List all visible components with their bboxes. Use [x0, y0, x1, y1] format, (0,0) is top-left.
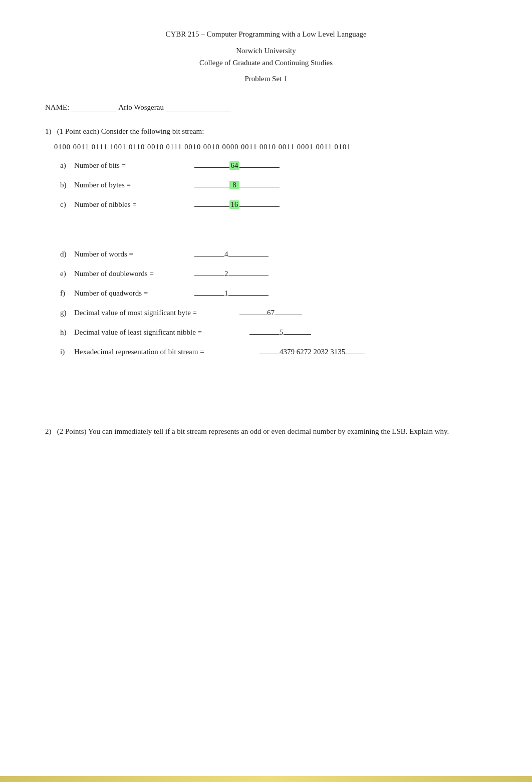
sub-label-c: c) — [60, 200, 74, 209]
sub-item-c: c) Number of nibbles = 16 — [60, 200, 487, 209]
pre-line-i — [259, 354, 280, 354]
sub-label-g: g) — [60, 309, 74, 317]
answer-area-b: 8 — [194, 181, 280, 189]
bit-stream: 0100 0011 0111 1001 0110 0010 0111 0010 … — [54, 143, 487, 151]
answer-area-i: 4379 6272 2032 3135 — [259, 348, 365, 356]
page: CYBR 215 – Computer Programming with a L… — [0, 0, 532, 782]
question-1-title: 1) (1 Point each) Consider the following… — [45, 127, 487, 136]
name-underline-pre — [71, 103, 116, 112]
sub-label-h: h) — [60, 328, 74, 337]
q2-label: 2) — [45, 427, 55, 435]
post-line-e — [228, 276, 269, 276]
sub-item-f: f) Number of quadwords = 1 — [60, 289, 487, 298]
sub-label-i: i) — [60, 348, 74, 356]
sub-item-g: g) Decimal value of most significant byt… — [60, 309, 487, 317]
post-line-f — [228, 295, 269, 296]
sub-questions-2: d) Number of words = 4 e) Number of doub… — [60, 250, 487, 356]
pre-line-c — [194, 206, 229, 207]
sub-label-b: b) — [60, 181, 74, 189]
pre-line-h — [249, 334, 280, 335]
problem-set-title: Problem Set 1 — [45, 75, 487, 83]
answer-area-d: 4 — [194, 250, 269, 258]
q1-text: (1 Point each) Consider the following bi… — [57, 127, 204, 135]
sub-text-g: Decimal value of most significant byte = — [74, 309, 234, 317]
footer-bar — [0, 776, 532, 782]
pre-line-f — [194, 295, 224, 296]
post-line-b — [239, 187, 280, 187]
post-line-i — [345, 354, 365, 354]
answer-f: 1 — [224, 289, 228, 298]
university-info: Norwich University College of Graduate a… — [45, 45, 487, 69]
question-2: 2) (2 Points) You can immediately tell i… — [45, 427, 487, 436]
post-line-c — [239, 206, 280, 207]
pre-line-e — [194, 276, 224, 276]
name-underline-post — [166, 103, 231, 112]
sub-item-i: i) Hexadecimal representation of bit str… — [60, 348, 487, 356]
pre-line-g — [239, 315, 267, 315]
post-line-g — [275, 315, 302, 315]
sub-item-h: h) Decimal value of least significant ni… — [60, 328, 487, 337]
question-1: 1) (1 Point each) Consider the following… — [45, 127, 487, 209]
answer-h: 5 — [280, 328, 284, 337]
sub-label-d: d) — [60, 250, 74, 258]
sub-text-a: Number of bits = — [74, 161, 189, 170]
sub-text-d: Number of words = — [74, 250, 189, 258]
answer-area-c: 16 — [194, 200, 280, 209]
q2-content: 2) (2 Points) You can immediately tell i… — [45, 427, 487, 436]
answer-b: 8 — [229, 181, 239, 189]
answer-area-e: 2 — [194, 270, 269, 278]
post-line-d — [228, 256, 269, 256]
name-value: Arlo Wosgerau — [118, 103, 164, 112]
sub-text-h: Decimal value of least significant nibbl… — [74, 328, 244, 337]
name-label: NAME: — [45, 103, 69, 112]
sub-label-f: f) — [60, 289, 74, 298]
answer-g: 67 — [267, 309, 275, 317]
sub-item-b: b) Number of bytes = 8 — [60, 181, 487, 189]
sub-text-b: Number of bytes = — [74, 181, 189, 189]
answer-a: 64 — [229, 161, 239, 170]
name-line: NAME: Arlo Wosgerau — [45, 103, 487, 112]
answer-c: 16 — [229, 200, 239, 209]
college-name: College of Graduate and Continuing Studi… — [45, 57, 487, 69]
answer-area-a: 64 — [194, 161, 280, 170]
course-title: CYBR 215 – Computer Programming with a L… — [45, 30, 487, 39]
answer-i: 4379 6272 2032 3135 — [280, 348, 345, 356]
sub-label-a: a) — [60, 161, 74, 170]
pre-line-a — [194, 167, 229, 168]
q2-text: (2 Points) You can immediately tell if a… — [57, 427, 449, 435]
answer-area-f: 1 — [194, 289, 269, 298]
sub-item-e: e) Number of doublewords = 2 — [60, 270, 487, 278]
sub-text-f: Number of quadwords = — [74, 289, 189, 298]
answer-d: 4 — [224, 250, 228, 258]
answer-area-g: 67 — [239, 309, 302, 317]
sub-item-d: d) Number of words = 4 — [60, 250, 487, 258]
header: CYBR 215 – Computer Programming with a L… — [45, 30, 487, 83]
pre-line-b — [194, 187, 229, 187]
post-line-h — [284, 334, 311, 335]
university-name: Norwich University — [45, 45, 487, 57]
answer-area-h: 5 — [249, 328, 311, 337]
q1-label: 1) — [45, 127, 55, 135]
answer-e: 2 — [224, 270, 228, 278]
sub-label-e: e) — [60, 270, 74, 278]
sub-questions: a) Number of bits = 64 b) Number of byte… — [60, 161, 487, 209]
sub-text-c: Number of nibbles = — [74, 200, 189, 209]
sub-text-e: Number of doublewords = — [74, 270, 189, 278]
post-line-a — [239, 167, 280, 168]
sub-text-i: Hexadecimal representation of bit stream… — [74, 348, 254, 356]
pre-line-d — [194, 256, 224, 256]
sub-item-a: a) Number of bits = 64 — [60, 161, 487, 170]
